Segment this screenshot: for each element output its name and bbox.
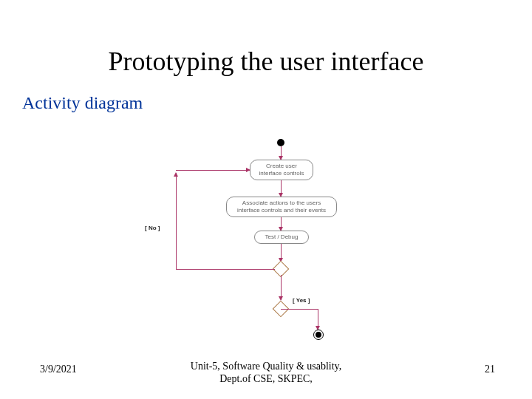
arrow-icon: [176, 173, 177, 269]
slide-title: Prototyping the user interface: [0, 0, 532, 77]
arrow-icon: [281, 217, 282, 231]
final-node-inner-icon: [316, 332, 321, 338]
arrow-icon: [318, 309, 318, 330]
activity-label: Associate actions to the users interface…: [231, 200, 332, 214]
activity-diagram: Create user interface controls Associate…: [170, 139, 392, 361]
footer-date: 3/9/2021: [40, 364, 77, 375]
guard-yes: [ Yes ]: [293, 297, 310, 304]
activity-create-controls: Create user interface controls: [250, 160, 313, 180]
slide: Prototyping the user interface Activity …: [0, 0, 532, 399]
arrow-icon: [176, 269, 275, 270]
activity-label: Create user interface controls: [255, 163, 308, 177]
arrow-icon: [281, 275, 282, 300]
arrow-icon: [281, 146, 282, 160]
guard-no: [ No ]: [145, 225, 160, 231]
arrow-icon: [281, 180, 282, 197]
footer-page: 21: [485, 364, 495, 375]
activity-label: Test / Debug: [259, 233, 304, 241]
final-node-icon: [313, 330, 324, 340]
activity-test-debug: Test / Debug: [254, 231, 309, 244]
activity-associate-actions: Associate actions to the users interface…: [226, 197, 337, 217]
initial-node-icon: [277, 139, 284, 146]
arrow-icon: [281, 244, 282, 262]
slide-subtitle: Activity diagram: [0, 93, 532, 113]
footer-center: Unit-5, Software Quality & usablity, Dep…: [191, 361, 341, 386]
arrow-icon: [176, 170, 250, 171]
arrow-icon: [281, 309, 318, 310]
